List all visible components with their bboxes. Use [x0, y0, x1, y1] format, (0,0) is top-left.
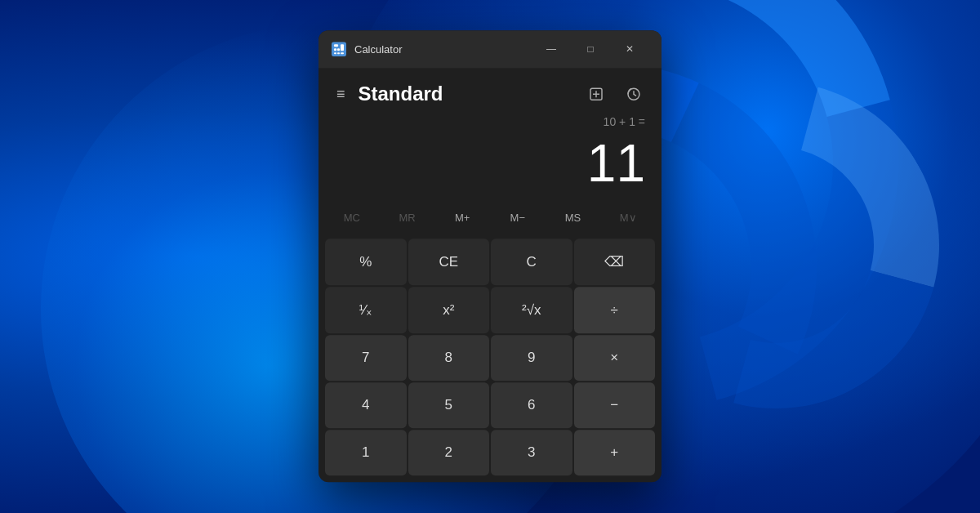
button-5[interactable]: 5 — [408, 383, 490, 429]
window-title: Calculator — [354, 43, 532, 56]
memory-button-Mv: M∨ — [601, 204, 655, 233]
calc-body: ≡ Standard 10 + 1 = 11 — [318, 68, 662, 482]
window-controls: — □ ✕ — [532, 36, 648, 62]
button-x_[interactable]: x² — [408, 288, 490, 334]
calculator-window: Calculator — □ ✕ ≡ Standard — [318, 30, 662, 482]
app-icon — [332, 42, 346, 56]
button-_[interactable]: ÷ — [574, 288, 656, 334]
svg-rect-3 — [334, 52, 336, 54]
history-button[interactable] — [619, 79, 648, 109]
button-___[interactable]: ¹⁄ₓ — [325, 288, 407, 334]
button-3[interactable]: 3 — [491, 430, 572, 476]
button-grid: %CEC⌫¹⁄ₓx²²√x÷789×456−123+ — [318, 238, 662, 483]
maximize-button[interactable]: □ — [572, 36, 609, 62]
button-_[interactable]: × — [574, 336, 656, 381]
button-8[interactable]: 8 — [408, 336, 490, 381]
button-_[interactable]: % — [325, 239, 407, 286]
button-4[interactable]: 4 — [325, 383, 407, 429]
minimize-button[interactable]: — — [532, 36, 570, 62]
svg-rect-5 — [337, 52, 340, 54]
memory-button-Mplus[interactable]: M+ — [435, 204, 489, 233]
memory-button-MR: MR — [381, 204, 434, 233]
result: 11 — [335, 135, 645, 192]
button-_[interactable]: + — [574, 430, 656, 476]
memory-button-MC: MC — [325, 204, 379, 233]
button-6[interactable]: 6 — [491, 383, 572, 429]
memory-row: MCMRM+M−MSM∨ — [318, 201, 662, 238]
memory-button-Mminus[interactable]: M− — [491, 204, 545, 233]
expression: 10 + 1 = — [335, 115, 645, 133]
button-1[interactable]: 1 — [325, 430, 407, 476]
button-ce[interactable]: CE — [408, 239, 490, 286]
svg-rect-2 — [334, 48, 336, 51]
calc-header: ≡ Standard — [318, 68, 662, 115]
svg-rect-4 — [337, 48, 340, 51]
button-2[interactable]: 2 — [408, 430, 490, 476]
keep-on-top-button[interactable] — [581, 79, 611, 109]
mode-title: Standard — [359, 83, 573, 105]
button-9[interactable]: 9 — [491, 336, 572, 381]
button-_[interactable]: − — [574, 383, 656, 429]
memory-button-MS[interactable]: MS — [546, 204, 600, 233]
button-_[interactable]: ⌫ — [574, 239, 656, 286]
title-bar: Calculator — □ ✕ — [318, 30, 662, 68]
svg-rect-6 — [341, 44, 344, 51]
svg-rect-1 — [334, 44, 338, 47]
calc-display: 10 + 1 = 11 — [318, 115, 662, 200]
button-c[interactable]: C — [491, 239, 572, 286]
menu-button[interactable]: ≡ — [332, 81, 350, 108]
svg-rect-7 — [341, 52, 344, 54]
button-__x[interactable]: ²√x — [491, 288, 572, 334]
button-7[interactable]: 7 — [325, 336, 407, 381]
close-button[interactable]: ✕ — [611, 36, 648, 62]
